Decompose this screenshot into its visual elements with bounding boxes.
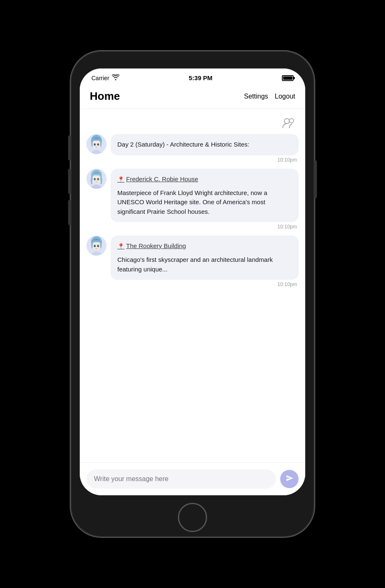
svg-point-20 bbox=[98, 178, 99, 179]
svg-point-11 bbox=[96, 146, 97, 147]
message-row: 📍 Frederick C. Robie House Masterpiece o… bbox=[86, 169, 299, 233]
location-pin-icon: 📍 bbox=[117, 175, 124, 184]
timestamp: 10:10pm bbox=[111, 280, 299, 291]
status-bar: Carrier 5:39 PM bbox=[80, 68, 305, 86]
screen: Carrier 5:39 PM Home Settings bbox=[80, 68, 305, 495]
location-link[interactable]: 📍 The Rookery Building bbox=[117, 241, 292, 251]
location-link[interactable]: 📍 Frederick C. Robie House bbox=[117, 175, 292, 184]
message-bubble: Day 2 (Saturday) - Architecture & Histor… bbox=[111, 134, 299, 155]
settings-button[interactable]: Settings bbox=[244, 93, 268, 100]
message-row: Day 2 (Saturday) - Architecture & Histor… bbox=[86, 134, 299, 166]
svg-point-29 bbox=[95, 245, 95, 246]
message-text: Day 2 (Saturday) - Architecture & Histor… bbox=[117, 141, 249, 148]
bubble-wrapper: 📍 Frederick C. Robie House Masterpiece o… bbox=[111, 169, 299, 233]
bubble-wrapper: 📍 The Rookery Building Chicago's first s… bbox=[111, 236, 299, 291]
svg-point-9 bbox=[95, 144, 95, 144]
app-header: Home Settings Logout bbox=[80, 86, 305, 109]
home-indicator-area bbox=[178, 495, 207, 536]
svg-point-19 bbox=[95, 178, 95, 179]
page-title: Home bbox=[90, 90, 120, 103]
location-name: Frederick C. Robie House bbox=[126, 175, 198, 184]
bubble-wrapper: Day 2 (Saturday) - Architecture & Histor… bbox=[111, 134, 299, 166]
svg-point-10 bbox=[98, 144, 99, 144]
carrier-info: Carrier bbox=[91, 74, 119, 81]
battery-icon bbox=[282, 75, 294, 81]
send-icon bbox=[286, 474, 294, 484]
message-text: Masterpiece of Frank Lloyd Wright archit… bbox=[117, 189, 267, 215]
chat-area: Day 2 (Saturday) - Architecture & Histor… bbox=[80, 109, 305, 462]
home-indicator-button[interactable] bbox=[178, 503, 207, 532]
timestamp: 10:10pm bbox=[111, 155, 299, 166]
message-row: 📍 The Rookery Building Chicago's first s… bbox=[86, 236, 299, 291]
location-pin-icon: 📍 bbox=[117, 242, 124, 251]
header-actions: Settings Logout bbox=[244, 93, 295, 100]
time-display: 5:39 PM bbox=[189, 74, 213, 81]
svg-point-30 bbox=[98, 245, 99, 246]
avatar bbox=[86, 236, 106, 256]
group-icon bbox=[282, 117, 295, 131]
phone-frame: Carrier 5:39 PM Home Settings bbox=[71, 52, 314, 536]
input-area bbox=[80, 462, 305, 495]
message-bubble: 📍 The Rookery Building Chicago's first s… bbox=[111, 236, 299, 280]
message-text: Chicago's first skyscraper and an archit… bbox=[117, 256, 273, 273]
carrier-label: Carrier bbox=[91, 75, 109, 81]
message-bubble: 📍 Frederick C. Robie House Masterpiece o… bbox=[111, 169, 299, 223]
wifi-icon bbox=[112, 74, 119, 81]
svg-point-21 bbox=[96, 180, 97, 181]
svg-point-1 bbox=[289, 119, 294, 123]
message-input[interactable] bbox=[86, 469, 276, 489]
logout-button[interactable]: Logout bbox=[275, 93, 295, 100]
timestamp: 10:10pm bbox=[111, 222, 299, 233]
avatar bbox=[86, 169, 106, 189]
group-icon-row bbox=[86, 116, 299, 134]
location-name: The Rookery Building bbox=[126, 241, 186, 251]
send-button[interactable] bbox=[280, 470, 299, 488]
svg-point-31 bbox=[96, 248, 97, 248]
avatar bbox=[86, 134, 106, 154]
svg-point-0 bbox=[284, 119, 289, 124]
